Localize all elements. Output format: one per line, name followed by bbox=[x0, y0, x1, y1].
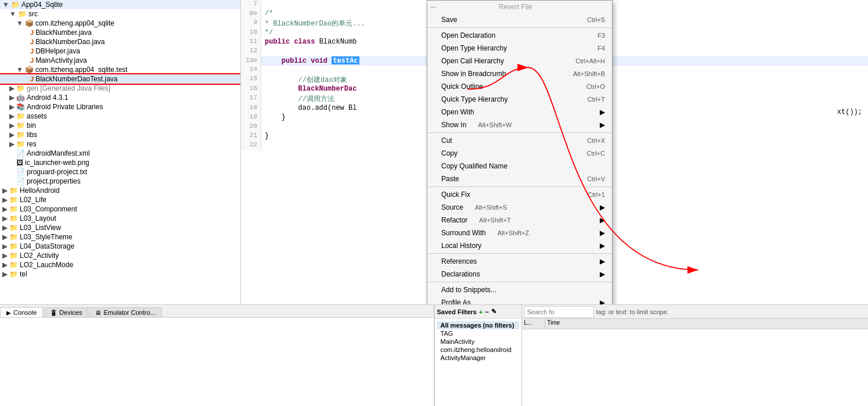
menu-add-snippets[interactable]: Add to Snippets... bbox=[427, 283, 612, 296]
menu-quick-type-hierarchy[interactable]: Quick Type Hierarchy Ctrl+T bbox=[427, 93, 612, 106]
tab-devices[interactable]: 📱 Devices bbox=[44, 307, 88, 317]
filter-tag[interactable]: TAG bbox=[437, 329, 519, 337]
tree-item-android431[interactable]: ▶ 🤖 Android 4.3.1 bbox=[0, 93, 240, 102]
menu-label: Show in Breadcrumb bbox=[441, 70, 506, 78]
col-time: Time bbox=[545, 319, 869, 329]
tree-label: BlackNumberDao.java bbox=[35, 38, 105, 46]
tree-label: L03_Componment bbox=[20, 205, 77, 213]
filter-mainactivity[interactable]: MainActivity bbox=[437, 337, 519, 346]
tree-item-proguard[interactable]: 📄 proguard-project.txt bbox=[0, 167, 240, 177]
menu-label: References bbox=[441, 257, 477, 265]
tree-item-l03styletheme[interactable]: ▶ 📁 L03_StyleTheme bbox=[0, 232, 240, 242]
tab-emulator[interactable]: 🖥 Emulator Contro... bbox=[89, 307, 161, 317]
tree-item-pkg1[interactable]: ▼ 📦 com.itzheng.app04_sqlite bbox=[0, 19, 240, 28]
menu-label: Paste bbox=[441, 175, 459, 183]
menu-open-with[interactable]: Open With ▶ bbox=[427, 106, 612, 118]
menu-show-breadcrumb[interactable]: Show in Breadcrumb Alt+Shift+B bbox=[427, 67, 612, 80]
tree-label: DBHelper.java bbox=[35, 47, 80, 55]
menu-references[interactable]: References ▶ bbox=[427, 255, 612, 268]
filter-all-messages[interactable]: All messages (no filters) bbox=[437, 321, 519, 329]
tree-label: ic_launcher-web.png bbox=[25, 159, 89, 167]
menu-copy-qualified[interactable]: Copy Qualified Name bbox=[427, 160, 612, 173]
tab-label: Devices bbox=[59, 309, 82, 316]
tree-label: libs bbox=[27, 131, 37, 139]
menu-revert-file[interactable]: ↩ Revert File bbox=[427, 1, 612, 13]
menu-profile-as[interactable]: Profile As ▶ bbox=[427, 296, 612, 304]
menu-cut[interactable]: Cut Ctrl+X bbox=[427, 134, 612, 147]
tree-label: gen [Generated Java Files] bbox=[27, 84, 110, 92]
filter-helloandroid[interactable]: com.itzheng.helloandroid bbox=[437, 346, 519, 354]
submenu-arrow: ▶ bbox=[600, 216, 605, 224]
tree-item-blacknumberdao[interactable]: J BlackNumberDao.java bbox=[0, 37, 240, 46]
console-content bbox=[0, 318, 434, 406]
tree-item-blacknumberdaotest[interactable]: J BlackNumberDaoTest.java bbox=[0, 74, 240, 84]
tree-item-dbhelper[interactable]: J DBHelper.java bbox=[0, 46, 240, 56]
menu-open-declaration[interactable]: Open Declaration F3 bbox=[427, 29, 612, 42]
filter-activitymanager[interactable]: ActivityManager bbox=[437, 354, 519, 362]
tab-label: Console bbox=[13, 309, 37, 316]
tree-label: LO2_Activity bbox=[20, 251, 59, 260]
tree-item-tel[interactable]: ▶ 📁 tel bbox=[0, 270, 240, 279]
edit-filter-button[interactable]: ✎ bbox=[491, 308, 496, 315]
tree-label: App04_Sqlite bbox=[21, 1, 63, 9]
menu-shortcut: Alt+Shift+S bbox=[475, 204, 507, 211]
menu-surround-with[interactable]: Surround With Alt+Shift+Z ▶ bbox=[427, 227, 612, 239]
tree-item-androidprivate[interactable]: ▶ 📚 Android Private Libraries bbox=[0, 102, 240, 112]
saved-filters-content: All messages (no filters) TAG MainActivi… bbox=[435, 319, 521, 364]
add-filter-button[interactable]: + bbox=[479, 308, 482, 315]
tree-item-mainactivity[interactable]: J MainActivity.java bbox=[0, 56, 240, 65]
menu-local-history[interactable]: Local History ▶ bbox=[427, 239, 612, 252]
menu-open-call-hierarchy[interactable]: Open Call Hierarchy Ctrl+Alt+H bbox=[427, 55, 612, 67]
tab-console[interactable]: ▶ Console bbox=[0, 307, 43, 317]
submenu-arrow: ▶ bbox=[600, 108, 605, 116]
menu-save[interactable]: Save Ctrl+S bbox=[427, 13, 612, 26]
folder-icon: 📁 bbox=[16, 140, 25, 148]
menu-refactor[interactable]: Refactor Alt+Shift+T ▶ bbox=[427, 214, 612, 227]
code-suffix: xt()); bbox=[837, 108, 862, 116]
tree-item-iclauncher[interactable]: 🖼 ic_launcher-web.png bbox=[0, 158, 240, 167]
folder-icon: 📁 bbox=[16, 121, 25, 130]
menu-shortcut: Ctrl+V bbox=[587, 175, 605, 182]
menu-shortcut: Ctrl+1 bbox=[588, 191, 605, 198]
tree-label: com.itzheng.app04_sqlite.test bbox=[35, 66, 128, 74]
menu-show-in[interactable]: Show In Alt+Shift+W ▶ bbox=[427, 118, 612, 131]
tree-item-assets[interactable]: ▶ 📁 assets bbox=[0, 112, 240, 121]
tree-item-lo2lauchmode[interactable]: ▶ 📁 LO2_LauchMode bbox=[0, 260, 240, 270]
tree-label: L02_Life bbox=[20, 196, 46, 204]
tree-item-libs[interactable]: ▶ 📁 libs bbox=[0, 130, 240, 139]
tree-item-l03componment[interactable]: ▶ 📁 L03_Componment bbox=[0, 204, 240, 214]
tree-item-androidmanifest[interactable]: 📄 AndroidManifest.xml bbox=[0, 149, 240, 158]
logcat-column-headers: L... Time bbox=[522, 319, 869, 329]
tree-item-app04sqlite[interactable]: ▼ 📁 App04_Sqlite bbox=[0, 0, 240, 9]
col-level: L... bbox=[522, 319, 545, 329]
tree-item-res[interactable]: ▶ 📁 res bbox=[0, 139, 240, 149]
menu-copy[interactable]: Copy Ctrl+C bbox=[427, 147, 612, 160]
menu-source[interactable]: Source Alt+Shift+S ▶ bbox=[427, 201, 612, 214]
tree-label: L03_ListView bbox=[20, 224, 61, 232]
tree-item-src[interactable]: ▼ 📁 src bbox=[0, 9, 240, 19]
tree-item-l03listview[interactable]: ▶ 📁 L03_ListView bbox=[0, 223, 240, 232]
tree-item-bin[interactable]: ▶ 📁 bin bbox=[0, 121, 240, 130]
menu-shortcut: Ctrl+S bbox=[587, 16, 605, 23]
menu-label: Open With bbox=[441, 108, 474, 116]
menu-label: Save bbox=[441, 16, 457, 24]
tree-item-l02life[interactable]: ▶ 📁 L02_Life bbox=[0, 195, 240, 204]
tree-item-l03layout[interactable]: ▶ 📁 L03_Layout bbox=[0, 214, 240, 223]
tree-item-blacknumber[interactable]: J BlackNumber.java bbox=[0, 28, 240, 37]
menu-open-type-hierarchy[interactable]: Open Type Hierarchy F4 bbox=[427, 42, 612, 55]
tree-item-gen[interactable]: ▶ 📁 gen [Generated Java Files] bbox=[0, 84, 240, 93]
menu-quick-outline[interactable]: Quick Outline Ctrl+O bbox=[427, 80, 612, 93]
tree-item-project[interactable]: 📄 project.properties bbox=[0, 177, 240, 186]
menu-declarations[interactable]: Declarations ▶ bbox=[427, 268, 612, 281]
tree-label: src bbox=[28, 10, 38, 18]
tree-label: BlackNumberDaoTest.java bbox=[35, 75, 117, 83]
menu-paste[interactable]: Paste Ctrl+V bbox=[427, 173, 612, 185]
tree-item-pkg2[interactable]: ▼ 📦 com.itzheng.app04_sqlite.test bbox=[0, 65, 240, 74]
tree-item-helloandroid[interactable]: ▶ 📁 HelloAndroid bbox=[0, 186, 240, 195]
submenu-arrow: ▶ bbox=[600, 229, 605, 237]
tree-item-lo2activity[interactable]: ▶ 📁 LO2_Activity bbox=[0, 251, 240, 260]
remove-filter-button[interactable]: − bbox=[485, 308, 488, 315]
search-input[interactable] bbox=[524, 306, 594, 318]
menu-quick-fix[interactable]: Quick Fix Ctrl+1 bbox=[427, 188, 612, 201]
tree-item-l04datastorage[interactable]: ▶ 📁 L04_DataStorage bbox=[0, 242, 240, 251]
